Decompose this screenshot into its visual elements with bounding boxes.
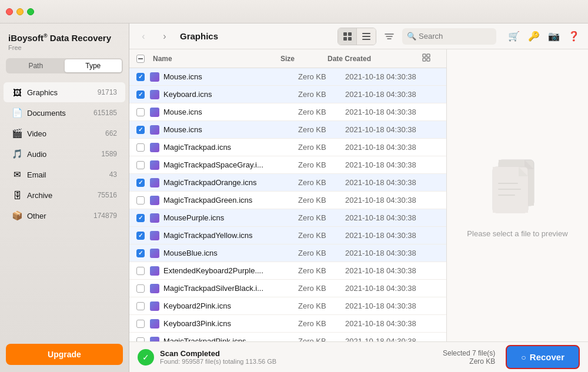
table-row[interactable]: Mouse.icnsZero KB2021-10-18 04:30:38	[129, 103, 446, 121]
table-row[interactable]: Mouse.icnsZero KB2021-10-18 04:30:38	[129, 121, 446, 139]
file-checkbox-7[interactable]	[136, 196, 145, 205]
table-row[interactable]: Keyboard3Pink.icnsZero KB2021-10-18 04:3…	[129, 315, 446, 333]
scan-status-text: Scan Completed Found: 959587 file(s) tot…	[160, 349, 437, 365]
file-date-7: 2021-10-18 04:30:38	[345, 196, 439, 205]
path-type-tabs: Path Type	[6, 58, 123, 73]
table-row[interactable]: Keyboard2Pink.icnsZero KB2021-10-18 04:3…	[129, 297, 446, 315]
preview-placeholder-icon	[488, 153, 547, 217]
file-checkbox-3[interactable]	[136, 126, 145, 134]
selected-files-count: Selected 7 file(s)	[443, 349, 495, 357]
svg-rect-3	[348, 37, 352, 41]
sidebar-item-graphics[interactable]: 🖼 Graphics 91713	[4, 82, 125, 102]
file-checkbox-15[interactable]	[136, 337, 145, 342]
file-checkbox-13[interactable]	[136, 302, 145, 310]
file-name-11: ExtendedKeyboard2Purple....	[163, 266, 298, 275]
title-bar	[0, 0, 588, 24]
recover-button[interactable]: ○ Recover	[506, 345, 580, 369]
table-row[interactable]: MagicTrackpadOrange.icnsZero KB2021-10-1…	[129, 174, 446, 192]
sidebar-item-audio[interactable]: 🎵 Audio 1589	[4, 144, 125, 164]
file-checkbox-11[interactable]	[136, 267, 145, 275]
column-header-action	[422, 53, 439, 64]
table-row[interactable]: MagicTrackpadYellow.icnsZero KB2021-10-1…	[129, 227, 446, 244]
file-size-6: Zero KB	[298, 178, 345, 187]
column-header-name: Name	[153, 55, 280, 63]
filter-button[interactable]	[381, 28, 397, 45]
sidebar-item-label-archive: Archive	[27, 191, 93, 200]
file-checkbox-2[interactable]	[136, 108, 145, 116]
svg-rect-0	[343, 32, 347, 36]
file-checkbox-9[interactable]	[136, 232, 145, 240]
file-date-14: 2021-10-18 04:30:38	[345, 319, 439, 328]
file-checkbox-1[interactable]	[136, 91, 145, 99]
grid-view-button[interactable]	[338, 28, 357, 45]
tab-path[interactable]: Path	[7, 59, 65, 72]
sidebar-item-label-documents: Documents	[27, 109, 89, 118]
table-row[interactable]: ExtendedKeyboard2Purple....Zero KB2021-1…	[129, 262, 446, 280]
sidebar-item-count-audio: 1589	[101, 150, 117, 158]
toolbar-title: Graphics	[180, 31, 333, 41]
split-pane: Name Size Date Created Mouse.icnsZero KB…	[129, 49, 588, 341]
file-size-1: Zero KB	[298, 90, 345, 99]
file-checkbox-10[interactable]	[136, 249, 145, 257]
sidebar-item-video[interactable]: 🎬 Video 662	[4, 123, 125, 143]
table-row[interactable]: MagicTrackpadGreen.icnsZero KB2021-10-18…	[129, 192, 446, 209]
sidebar-item-archive[interactable]: 🗄 Archive 75516	[4, 185, 125, 205]
sidebar-item-count-video: 662	[105, 129, 117, 138]
file-date-12: 2021-10-18 04:30:38	[345, 284, 439, 293]
file-checkbox-5[interactable]	[136, 161, 145, 169]
sidebar: iBoysoft® Data Recovery Free Path Type 🖼…	[0, 24, 129, 372]
sidebar-item-documents[interactable]: 📄 Documents 615185	[4, 103, 125, 123]
table-row[interactable]: MagicTrackpad.icnsZero KB2021-10-18 04:3…	[129, 139, 446, 156]
file-size-5: Zero KB	[298, 160, 345, 169]
file-checkbox-12[interactable]	[136, 284, 145, 293]
cart-icon-button[interactable]: 🛒	[506, 28, 522, 45]
file-checkbox-4[interactable]	[136, 143, 145, 152]
file-icon-2	[149, 107, 160, 118]
key-icon-button[interactable]: 🔑	[526, 28, 542, 45]
table-row[interactable]: MousePurple.icnsZero KB2021-10-18 04:30:…	[129, 209, 446, 227]
file-checkbox-6[interactable]	[136, 179, 145, 187]
content-area: ‹ › Graphics	[129, 24, 588, 372]
recover-label: Recover	[530, 352, 564, 362]
documents-icon: 📄	[12, 108, 22, 118]
close-button[interactable]	[6, 8, 13, 15]
sidebar-nav: 🖼 Graphics 91713 📄 Documents 615185 🎬 Vi…	[0, 79, 129, 337]
table-row[interactable]: MagicTrackpadSilverBlack.i...Zero KB2021…	[129, 280, 446, 297]
table-row[interactable]: MagicTrackpadSpaceGray.i...Zero KB2021-1…	[129, 156, 446, 174]
file-date-1: 2021-10-18 04:30:38	[345, 90, 439, 99]
file-name-0: Mouse.icns	[163, 72, 298, 81]
table-row[interactable]: MagicTrackpadPink.icnsZero KB2021-10-18 …	[129, 333, 446, 341]
camera-icon-button[interactable]: 📷	[546, 28, 562, 45]
file-name-2: Mouse.icns	[163, 108, 298, 116]
back-button[interactable]: ‹	[135, 28, 152, 45]
file-date-8: 2021-10-18 04:30:38	[345, 213, 439, 222]
sidebar-item-count-email: 43	[109, 170, 117, 179]
file-size-14: Zero KB	[298, 319, 345, 328]
maximize-button[interactable]	[27, 8, 34, 15]
sidebar-item-count-other: 174879	[93, 212, 117, 220]
file-date-10: 2021-10-18 04:30:38	[345, 249, 439, 257]
tab-type[interactable]: Type	[65, 59, 122, 72]
email-icon: ✉	[12, 169, 22, 180]
file-checkbox-0[interactable]	[136, 73, 145, 81]
file-checkbox-8[interactable]	[136, 214, 145, 222]
forward-button[interactable]: ›	[156, 28, 173, 45]
toolbar: ‹ › Graphics	[129, 24, 588, 49]
sidebar-item-email[interactable]: ✉ Email 43	[4, 165, 125, 185]
search-icon: 🔍	[407, 32, 416, 41]
search-input[interactable]	[419, 32, 489, 41]
sidebar-item-other[interactable]: 📦 Other 174879	[4, 206, 125, 226]
table-row[interactable]: Mouse.icnsZero KB2021-10-18 04:30:38	[129, 68, 446, 86]
file-date-6: 2021-10-18 04:30:38	[345, 178, 439, 187]
list-view-button[interactable]	[357, 28, 376, 45]
scan-title: Scan Completed	[160, 349, 437, 358]
help-icon-button[interactable]: ❓	[566, 28, 582, 45]
column-header-size: Size	[280, 55, 328, 63]
minimize-button[interactable]	[16, 8, 24, 15]
file-checkbox-14[interactable]	[136, 320, 145, 328]
table-row[interactable]: Keyboard.icnsZero KB2021-10-18 04:30:38	[129, 86, 446, 103]
upgrade-button[interactable]: Upgrade	[6, 344, 123, 365]
file-name-6: MagicTrackpadOrange.icns	[163, 178, 298, 187]
file-icon-0	[149, 72, 160, 82]
table-row[interactable]: MouseBlue.icnsZero KB2021-10-18 04:30:38	[129, 244, 446, 262]
